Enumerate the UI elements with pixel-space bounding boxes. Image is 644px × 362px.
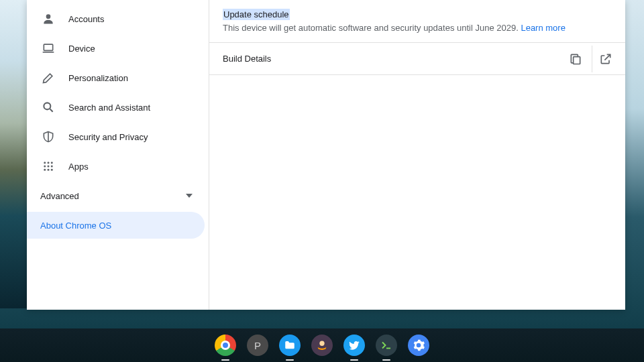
update-schedule-text: This device will get automatic software … [223, 23, 519, 33]
update-schedule-section: Update schedule This device will get aut… [209, 0, 625, 43]
sidebar-item-advanced[interactable]: Advanced [27, 182, 209, 209]
twitter-app[interactable] [343, 334, 366, 357]
svg-point-2 [44, 103, 50, 109]
open-external-button[interactable] [592, 46, 619, 72]
svg-point-4 [48, 162, 50, 164]
sidebar-item-label: About Chrome OS [40, 221, 111, 231]
terminal-app[interactable] [375, 334, 398, 357]
update-schedule-heading: Update schedule [223, 9, 290, 20]
svg-point-5 [51, 162, 53, 164]
sidebar-item-label: Search and Assistant [68, 103, 150, 113]
settings-window: Accounts Device Personalization Search a… [27, 0, 625, 310]
svg-rect-1 [44, 44, 52, 50]
sidebar-item-label: Personalization [68, 73, 128, 83]
sidebar-item-label: Device [68, 44, 95, 54]
sidebar-item-security[interactable]: Security and Privacy [27, 123, 209, 150]
settings-app[interactable] [407, 334, 430, 357]
sidebar-item-about[interactable]: About Chrome OS [27, 212, 205, 239]
sidebar-item-accounts[interactable]: Accounts [27, 5, 209, 32]
svg-point-7 [48, 166, 50, 168]
settings-main: Update schedule This device will get aut… [209, 0, 625, 310]
brush-icon [40, 70, 56, 86]
settings-sidebar: Accounts Device Personalization Search a… [27, 0, 209, 310]
letter-p-icon: P [247, 335, 268, 356]
apps-icon [40, 158, 56, 174]
build-details-row[interactable]: Build Details [209, 43, 625, 75]
terminal-icon [376, 335, 397, 356]
sidebar-item-device[interactable]: Device [27, 35, 209, 62]
svg-point-10 [48, 169, 50, 171]
chrome-icon [215, 335, 236, 356]
svg-point-9 [44, 169, 46, 171]
folder-icon [279, 335, 301, 356]
copy-button[interactable] [562, 46, 589, 72]
amazon-icon [311, 335, 333, 356]
sidebar-item-label: Security and Privacy [68, 132, 148, 142]
build-details-title: Build Details [223, 54, 559, 64]
svg-point-3 [44, 162, 46, 164]
svg-point-13 [319, 341, 324, 346]
sidebar-item-personalization[interactable]: Personalization [27, 64, 209, 91]
learn-more-link[interactable]: Learn more [521, 23, 565, 33]
sidebar-item-apps[interactable]: Apps [27, 153, 209, 180]
running-indicator [286, 359, 294, 361]
sidebar-item-search[interactable]: Search and Assistant [27, 94, 209, 121]
sidebar-item-label: Apps [68, 162, 89, 172]
sidebar-item-label: Advanced [40, 191, 186, 201]
svg-point-6 [44, 166, 46, 168]
chrome-app[interactable] [214, 334, 237, 357]
running-indicator [350, 359, 358, 361]
twitter-icon [343, 335, 365, 356]
files-app[interactable] [278, 334, 301, 357]
svg-point-11 [51, 169, 53, 171]
shelf: P [0, 328, 644, 362]
person-icon [40, 11, 56, 27]
update-schedule-description: This device will get automatic software … [223, 23, 612, 33]
text-app[interactable]: P [246, 334, 269, 357]
running-indicator [221, 359, 229, 361]
shield-icon [40, 129, 56, 145]
sidebar-item-label: Accounts [68, 14, 104, 24]
amazon-app[interactable] [311, 334, 333, 357]
gear-icon [408, 335, 429, 356]
svg-rect-12 [574, 56, 580, 64]
caret-down-icon [186, 191, 193, 201]
running-indicator [382, 359, 390, 361]
wallpaper [0, 0, 27, 308]
laptop-icon [40, 40, 56, 56]
search-icon [40, 99, 56, 115]
svg-point-8 [51, 166, 53, 168]
svg-point-0 [46, 14, 51, 19]
